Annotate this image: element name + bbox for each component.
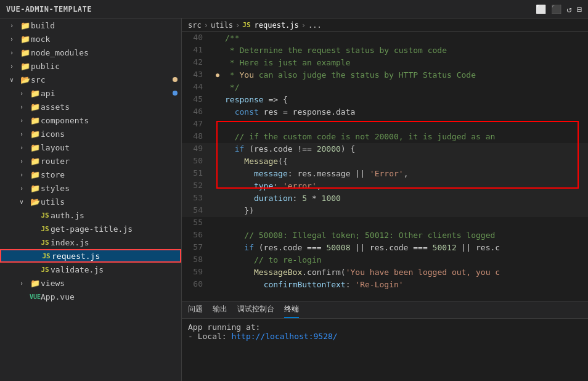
folder-icon: 📁 — [30, 157, 41, 166]
line-content — [223, 118, 588, 131]
code-line-47: 47 — [182, 118, 588, 131]
code-line-43: 43 ● * You can also judge the status by … — [182, 69, 588, 81]
line-number: 54 — [182, 205, 213, 217]
folder-icon: 📁 — [30, 184, 41, 193]
sidebar-item-auth-js[interactable]: JS auth.js — [0, 208, 181, 222]
sidebar-item-views[interactable]: › 📁 views — [0, 276, 181, 290]
code-line-58: 58 // to re-login — [182, 254, 588, 266]
sidebar-item-app-vue[interactable]: VUE App.vue — [0, 290, 181, 303]
line-gutter — [213, 106, 223, 118]
line-gutter: ● — [213, 69, 223, 81]
main-layout: › 📁 build › 📁 mock › 📁 node_modules › 📁 … — [0, 18, 588, 381]
breadcrumb-sep: › — [204, 21, 208, 30]
code-line-55: 55 — [182, 217, 588, 229]
tab-problems[interactable]: 问题 — [188, 301, 203, 318]
arrow-icon: › — [20, 280, 30, 287]
sidebar-item-label: App.vue — [41, 292, 181, 301]
folder-open-icon: 📂 — [30, 197, 41, 207]
sidebar-item-request-js[interactable]: JS request.js — [0, 249, 181, 263]
line-number: 47 — [182, 118, 213, 131]
sidebar-item-label: components — [41, 116, 181, 125]
line-gutter — [213, 143, 223, 155]
sidebar-item-mock[interactable]: › 📁 mock — [0, 32, 181, 46]
line-number: 60 — [182, 279, 213, 291]
folder-icon: 📁 — [30, 170, 41, 179]
sidebar-item-label: request.js — [52, 252, 180, 261]
sidebar-item-styles[interactable]: › 📁 styles — [0, 181, 181, 195]
line-content: if (res.code !== 20000) { — [223, 143, 588, 155]
sidebar-item-label: index.js — [51, 238, 181, 247]
line-content: type: 'error', — [223, 180, 588, 192]
tab-terminal[interactable]: 终端 — [284, 301, 299, 318]
arrow-icon: › — [20, 158, 30, 165]
modified-indicator — [173, 77, 178, 82]
line-number: 50 — [182, 155, 213, 168]
folder-icon: 📁 — [20, 48, 31, 57]
sidebar-item-get-page-title-js[interactable]: JS get-page-title.js — [0, 222, 181, 236]
new-folder-icon[interactable]: ⬛ — [551, 4, 561, 14]
sidebar-item-src[interactable]: ∨ 📂 src — [0, 73, 181, 86]
sidebar-item-label: auth.js — [51, 211, 181, 220]
line-content: // 50008: Illegal token; 50012: Other cl… — [223, 229, 588, 242]
code-line-53: 53 duration: 5 * 1000 — [182, 192, 588, 205]
line-content: if (res.code === 50008 || res.code === 5… — [223, 242, 588, 254]
line-gutter — [213, 217, 223, 229]
line-number: 45 — [182, 94, 213, 106]
new-file-icon[interactable]: ⬜ — [536, 4, 546, 14]
modified-indicator — [173, 91, 178, 96]
code-line-50: 50 Message({ — [182, 155, 588, 168]
collapse-icon[interactable]: ⊟ — [577, 4, 582, 14]
breadcrumb-js-icon: JS — [242, 21, 250, 29]
sidebar-item-assets[interactable]: › 📁 assets — [0, 100, 181, 113]
sidebar-item-node_modules[interactable]: › 📁 node_modules — [0, 46, 181, 59]
sidebar-item-utils[interactable]: ∨ 📂 utils — [0, 195, 181, 208]
code-line-45: 45 response => { — [182, 94, 588, 106]
arrow-icon: ∨ — [10, 76, 20, 83]
sidebar-item-label: views — [41, 279, 181, 288]
sidebar-item-components[interactable]: › 📁 components — [0, 113, 181, 127]
tab-output[interactable]: 输出 — [213, 301, 227, 318]
code-line-44: 44 */ — [182, 81, 588, 94]
code-line-57: 57 if (res.code === 50008 || res.code ==… — [182, 242, 588, 254]
sidebar-item-validate-js[interactable]: JS validate.js — [0, 263, 181, 276]
sidebar-item-store[interactable]: › 📁 store — [0, 168, 181, 181]
arrow-icon: › — [20, 144, 30, 151]
app-title: VUE-ADMIN-TEMPLATE — [6, 5, 92, 14]
folder-icon: 📁 — [30, 89, 41, 98]
line-gutter — [213, 155, 223, 168]
code-editor[interactable]: 40 /** 41 * Determine the request status… — [182, 32, 588, 301]
code-line-49: 49 if (res.code !== 20000) { — [182, 143, 588, 155]
line-content: confirmButtonText: 'Re-Login' — [223, 279, 588, 291]
sidebar-item-layout[interactable]: › 📁 layout — [0, 141, 181, 154]
line-content: // to re-login — [223, 254, 588, 266]
line-gutter — [213, 32, 223, 44]
sidebar-item-index-js[interactable]: JS index.js — [0, 236, 181, 249]
sidebar-item-public[interactable]: › 📁 public — [0, 59, 181, 73]
folder-open-icon: 📂 — [20, 75, 31, 84]
line-content: const res = response.data — [223, 106, 588, 118]
code-line-60: 60 confirmButtonText: 'Re-Login' — [182, 279, 588, 291]
terminal-area: 问题 输出 调试控制台 终端 App running at: - Local: … — [182, 301, 588, 381]
sidebar-item-label: api — [41, 89, 173, 98]
arrow-icon: › — [20, 90, 30, 97]
js-file-icon: JS — [39, 225, 51, 233]
sidebar-item-build[interactable]: › 📁 build — [0, 18, 181, 32]
folder-icon: 📁 — [30, 143, 41, 152]
arrow-icon: › — [10, 36, 20, 43]
code-line-52: 52 type: 'error', — [182, 180, 588, 192]
terminal-link[interactable]: http://localhost:9528/ — [231, 332, 337, 341]
sidebar-item-label: validate.js — [51, 265, 181, 274]
arrow-icon: › — [10, 49, 20, 56]
tab-debug[interactable]: 调试控制台 — [237, 301, 274, 318]
refresh-icon[interactable]: ↺ — [566, 4, 571, 14]
sidebar-item-router[interactable]: › 📁 router — [0, 154, 181, 168]
folder-icon: 📁 — [30, 279, 41, 288]
line-gutter — [213, 205, 223, 217]
line-gutter — [213, 229, 223, 242]
line-content: /** — [223, 32, 588, 44]
line-number: 52 — [182, 180, 213, 192]
line-content: * Determine the request status by custom… — [223, 44, 588, 57]
line-content: * You can also judge the status by HTTP … — [223, 69, 588, 81]
sidebar-item-api[interactable]: › 📁 api — [0, 86, 181, 100]
sidebar-item-icons[interactable]: › 📁 icons — [0, 127, 181, 141]
